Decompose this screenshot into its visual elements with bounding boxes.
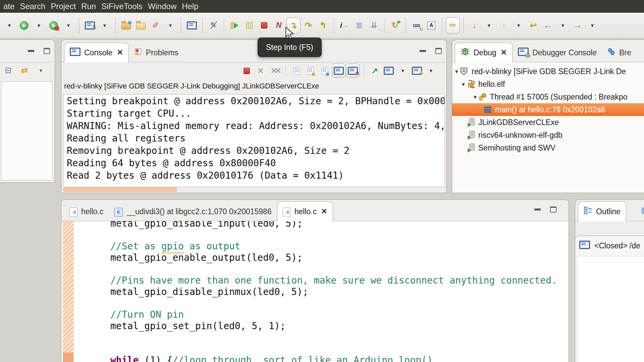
dropdown-arrow-button[interactable]: ▼ — [556, 17, 570, 34]
tab-terminal[interactable]: <Closed> /de — [575, 236, 644, 254]
link-with-editor-button[interactable]: ⇄ — [19, 63, 30, 77]
debug-launch-button[interactable]: ▶ — [17, 17, 31, 34]
editor-tab-hello-c[interactable]: .chello.c✕ — [277, 201, 333, 221]
dropdown-arrow-button[interactable]: ▼ — [512, 17, 526, 34]
dropdown-arrow-button[interactable]: ▼ — [424, 64, 438, 78]
debug-tree-row-semihosting-and-swv[interactable]: Semihosting and SWV — [452, 141, 644, 154]
toggle-mark-occurrences-button[interactable]: ✎ — [206, 17, 220, 34]
scroll-lock-button[interactable] — [304, 64, 317, 78]
menu-help[interactable]: Help — [179, 0, 201, 13]
flash-target-button[interactable]: ✐ — [149, 17, 163, 34]
close-icon[interactable]: ✕ — [117, 48, 123, 57]
dropdown-arrow-button[interactable]: ▼ — [482, 17, 496, 34]
open-console-new-button[interactable]: + — [410, 64, 424, 78]
step-return-button[interactable]: ↰ — [316, 17, 330, 34]
expand-arrow-icon[interactable]: ▼ — [454, 69, 459, 74]
c-file-blue-icon: c — [114, 206, 123, 217]
menu-window[interactable]: Window — [145, 0, 179, 13]
console-tab-problems[interactable]: Problems — [129, 43, 184, 62]
dropdown-arrow-button[interactable]: ▼ — [585, 17, 599, 34]
open-project-button[interactable] — [119, 17, 133, 34]
open-console-export-button[interactable]: ↗ — [368, 64, 381, 78]
terminate-button[interactable] — [257, 17, 271, 34]
minimize-icon[interactable] — [420, 50, 426, 52]
terminal-content[interactable] — [577, 256, 644, 362]
dropdown-arrow-button[interactable]: ▼ — [2, 17, 16, 34]
pin-highlight-button[interactable]: ✏ — [446, 17, 460, 34]
menu-sifivetools[interactable]: SiFiveTools — [99, 0, 145, 13]
remove-all-launches-button[interactable]: ✕✕ — [268, 64, 281, 78]
collapse-all-button[interactable]: ⊟ — [3, 63, 13, 77]
minimize-icon[interactable] — [534, 208, 541, 210]
disconnect-button[interactable]: N — [272, 17, 286, 34]
expand-arrow-icon[interactable]: ▼ — [461, 81, 466, 87]
tab-outline[interactable]: Outline — [578, 201, 626, 221]
resume-button[interactable] — [227, 17, 241, 34]
maximize-icon[interactable] — [550, 206, 556, 213]
debug-tab-bre[interactable]: Bre — [602, 43, 637, 62]
restart-button[interactable]: ↻▶ — [388, 17, 402, 34]
show-console-on-output-button[interactable]: ✕ — [346, 64, 360, 78]
close-icon[interactable]: ✕ — [321, 207, 327, 216]
debug-tree-row-main-at-hello-c-76-0x200102a6[interactable]: main() at hello.c:76 0x200102a6 — [452, 103, 644, 116]
instruction-stepping-button[interactable]: i→ — [337, 17, 352, 34]
code-line: //Turn ON pin — [75, 309, 569, 320]
editor-tab-hello-c[interactable]: .chello.c — [64, 202, 109, 221]
next-annotation-button[interactable]: ↓ — [467, 17, 481, 34]
pin-console-button[interactable] — [332, 64, 345, 78]
back-history-button[interactable]: ← — [541, 17, 555, 34]
run-history-button[interactable]: ≔↻ — [410, 17, 424, 34]
dropdown-arrow-button[interactable]: ▼ — [61, 17, 75, 34]
close-icon[interactable]: ✕ — [501, 48, 507, 57]
dropdown-arrow-button[interactable]: ▼ — [98, 17, 112, 34]
display-selected-console-button[interactable] — [382, 64, 395, 78]
view-menu-button[interactable]: ▼ — [36, 63, 46, 77]
menu-ate[interactable]: ate — [1, 0, 17, 13]
minimize-icon[interactable] — [28, 50, 34, 52]
new-wizard-button[interactable]: ✎ — [83, 17, 97, 34]
console-tab-console[interactable]: Console✕ — [64, 43, 129, 62]
dropdown-arrow-button[interactable]: ▼ — [32, 17, 46, 34]
source-code[interactable]: metal_gpio_disable_input(led0, 5); //Set… — [75, 221, 569, 362]
editor-tab-udivdi3-at-libgcc2-c-1-070-0x20015986[interactable]: c__udivdi3() at libgcc2.c:1,070 0x200159… — [109, 202, 277, 221]
show-stack-trace-button[interactable]: ≣ — [352, 17, 366, 34]
tree-label: Semihosting and SWV — [478, 143, 555, 153]
previous-annotation-button[interactable]: ↑ — [497, 17, 511, 34]
terminate-icon — [261, 22, 267, 28]
tab-label: Console — [84, 48, 112, 57]
forward-history-button[interactable]: → — [571, 17, 585, 34]
step-into-button[interactable]: ↴ — [286, 17, 301, 34]
run-launch-button[interactable]: ▶ — [47, 17, 61, 34]
console-output[interactable]: Setting breakpoint @ address 0x200102A6,… — [63, 94, 445, 187]
dropdown-arrow-button[interactable]: ▼ — [163, 17, 177, 34]
suspend-button[interactable] — [242, 17, 256, 34]
left-panel-content[interactable] — [1, 81, 52, 180]
debug-tab-debug[interactable]: Debug✕ — [455, 43, 513, 62]
maximize-icon[interactable] — [435, 48, 442, 54]
clear-console-button[interactable] — [290, 64, 303, 78]
terminate-button[interactable] — [240, 64, 253, 78]
dropdown-arrow-button[interactable]: ▼ — [396, 64, 410, 78]
debug-tree-row-jlinkgdbserverclexe[interactable]: JLinkGDBServerCLExe — [452, 116, 644, 129]
menu-search[interactable]: Search — [17, 0, 48, 13]
last-edit-location-button[interactable]: ↩ — [526, 17, 540, 34]
maximize-icon[interactable] — [44, 48, 50, 54]
remove-launch-button[interactable]: ✕ — [254, 64, 267, 78]
debug-tree-row-thread-1-57005-suspended-breakpo[interactable]: ▼Thread #1 57005 (Suspended : Breakpo — [452, 90, 644, 103]
word-wrap-button[interactable] — [318, 64, 331, 78]
menu-project[interactable]: Project — [48, 0, 78, 13]
debug-tab-debugger-console[interactable]: Debugger Console — [513, 43, 602, 62]
expand-arrow-icon[interactable]: ▼ — [473, 94, 478, 100]
debug-tree-row-hello-elf[interactable]: ▼hello.elf — [452, 78, 644, 90]
code-editor[interactable]: metal_gpio_disable_input(led0, 5); //Set… — [61, 221, 569, 362]
import-project-button[interactable] — [134, 17, 148, 34]
format-char-button[interactable]: A — [424, 17, 438, 34]
debug-tree-row-riscv64-unknown-elf-gdb[interactable]: riscv64-unknown-elf-gdb — [452, 129, 644, 141]
menu-run[interactable]: Run — [78, 0, 99, 13]
debug-tree-row-red-v-blinky-sifive-gdb-segger-j-link-de[interactable]: ▼red-v-blinky [SiFive GDB SEGGER J-Link … — [452, 65, 644, 78]
step-over-button[interactable]: ↷ — [301, 17, 315, 34]
open-console-view-button[interactable] — [185, 17, 199, 34]
drop-to-frame-button[interactable]: ⇊ — [367, 17, 381, 34]
horizontal-scrollbar-thumb[interactable] — [63, 187, 177, 192]
view-list-icon[interactable] — [641, 207, 644, 215]
